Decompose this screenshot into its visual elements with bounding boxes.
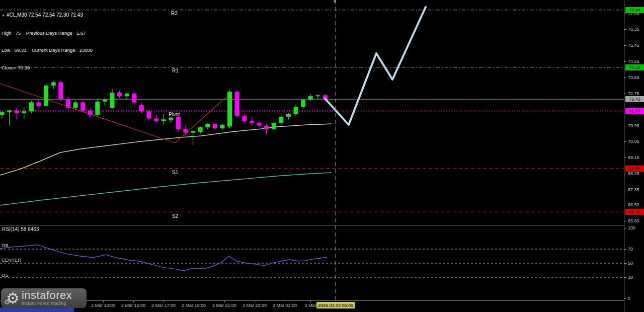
candle-bull <box>51 83 56 86</box>
candle-bull <box>286 114 291 117</box>
price-tick-label: 76.35 <box>628 27 639 32</box>
candle-bear <box>37 103 41 106</box>
price-chart-pane[interactable] <box>0 0 624 225</box>
time-tick <box>133 301 134 302</box>
candle-bear <box>147 111 151 118</box>
gear-small-icon: ⚙ <box>4 298 10 306</box>
axis-tick <box>624 221 626 221</box>
logo-blue-strip <box>0 307 74 312</box>
candle-bull <box>279 117 283 123</box>
symbol-quote-line: #CL,M30 72.54 72.54 72.30 72.43 <box>7 12 83 18</box>
info-low-range: Low= 69.33 Current Days Range= 23000 <box>2 47 93 53</box>
price-axis[interactable]: 77.2576.3575.4574.5573.6572.7570.9570.05… <box>624 0 644 312</box>
red-trendline <box>0 84 229 143</box>
candle-bull <box>220 125 225 128</box>
time-tick-label: 2 Mar 13:00 <box>91 303 115 308</box>
axis-tick <box>624 158 626 158</box>
rsi-tick-label: 100 <box>628 225 635 230</box>
pane-divider[interactable] <box>0 225 624 225</box>
pivot-level-label: Pivot <box>169 112 180 117</box>
cyan-ma-line <box>0 173 331 205</box>
axis-tick <box>624 249 626 250</box>
time-tick <box>194 301 194 302</box>
yellow-ma-line <box>0 124 331 175</box>
candle-bear <box>139 105 144 111</box>
candle-bear <box>242 116 247 121</box>
candle-bull <box>162 119 166 121</box>
rsi-line <box>0 245 327 271</box>
candle-bear <box>264 126 269 129</box>
time-tick-label: 2 Mar 17:00 <box>151 303 176 308</box>
time-cursor-top-icon[interactable]: ▼ <box>333 0 337 4</box>
axis-tick <box>624 29 626 30</box>
price-tick-label: 75.45 <box>628 43 639 48</box>
price-tick-label: 69.15 <box>628 155 639 160</box>
candle-bear <box>58 83 63 99</box>
candle-bear <box>117 93 122 96</box>
s1-price-badge: 68.55 <box>625 166 644 172</box>
rsi-indicator-label: RSI(14) 58.6463 <box>2 226 39 232</box>
candle-bull <box>191 131 195 133</box>
axis-tick <box>624 190 626 190</box>
time-tick-label: 3 Mar 02:00 <box>273 303 297 308</box>
r2-price-badge: 77.44 <box>625 7 644 13</box>
candle-bear <box>80 103 85 111</box>
candle-bull <box>73 103 78 108</box>
candle-bear <box>15 110 19 113</box>
price-tick-label: 66.50 <box>628 202 639 207</box>
time-tick-label: 2 Mar 23:00 <box>243 303 267 308</box>
time-tick <box>285 301 285 302</box>
forecast-projection-line <box>325 7 426 125</box>
candle-bear <box>250 121 254 123</box>
candle-bull <box>308 96 313 100</box>
s2-level-label: S2 <box>172 213 178 219</box>
price-tick-label: 70.95 <box>628 123 639 128</box>
candle-bull <box>103 100 107 102</box>
s2-price-badge: 66.10 <box>625 209 644 215</box>
rsi-tick-label: 0 <box>628 296 630 301</box>
rsi-tick-label: 70 <box>628 247 633 252</box>
rsi-tick-label: 50 <box>628 261 633 266</box>
time-tick-label: 2 Mar 19:00 <box>182 303 206 308</box>
axis-tick <box>624 61 626 62</box>
candle-bull <box>205 124 210 127</box>
candle-bull <box>22 111 26 113</box>
rsi-center-label: CENTER <box>2 257 21 263</box>
rsi-indicator-pane[interactable] <box>0 225 624 300</box>
trading-chart-window: ▼#CL,M30 72.54 72.54 72.30 72.43 High= 7… <box>0 0 644 312</box>
candle-bull <box>301 100 305 107</box>
axis-tick <box>624 77 626 78</box>
axis-tick <box>624 298 626 299</box>
time-tick-label: 2 Mar 21:00 <box>212 303 236 308</box>
pivot-price-badge: 71.77 <box>625 108 644 114</box>
time-axis[interactable]: 2026.03.03 06:00 2 Mar 13:002 Mar 15:002… <box>0 301 624 312</box>
axis-tick <box>624 205 626 205</box>
time-cursor-date-badge: 2026.03.03 06:00 <box>316 302 355 308</box>
candle-bull <box>169 118 173 120</box>
candle-bull <box>44 86 48 106</box>
price-tick-label: 72.75 <box>628 91 639 96</box>
candle-bull <box>0 112 5 115</box>
price-tick-label: 68.25 <box>628 171 639 176</box>
r2-level-label: R2 <box>171 11 178 16</box>
candle-bull <box>315 95 320 96</box>
time-tick-label: 2 Mar 15:00 <box>121 303 145 308</box>
time-tick <box>255 301 255 302</box>
r1-level-label: R1 <box>172 68 179 73</box>
candle-bear <box>66 99 70 108</box>
candle-bull <box>29 103 34 112</box>
s1-level-label: S1 <box>172 170 178 175</box>
candle-bear <box>184 129 188 133</box>
rsi-os-label: OS <box>2 272 9 278</box>
axis-tick <box>624 277 626 278</box>
candle-bear <box>132 94 136 103</box>
price-tick-label: 65.60 <box>628 218 639 223</box>
time-tick <box>224 301 225 302</box>
candle-bear <box>88 110 93 115</box>
axis-tick <box>624 45 626 46</box>
candle-bull <box>110 93 115 108</box>
candle-bull <box>95 102 100 115</box>
quote-info-overlay: ▼#CL,M30 72.54 72.54 72.30 72.43 High= 7… <box>2 1 93 82</box>
current-price-badge: 72.43 <box>625 96 644 102</box>
price-tick-label: 73.65 <box>628 75 639 80</box>
